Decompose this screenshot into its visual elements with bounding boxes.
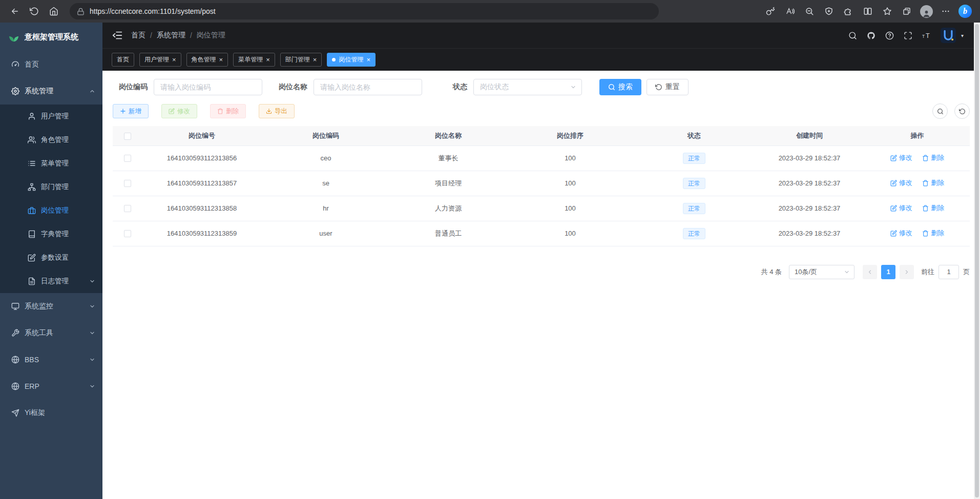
sidebar-item-log-management[interactable]: 日志管理 [0,269,102,293]
close-icon[interactable]: × [219,56,223,63]
row-delete-link[interactable]: 删除 [922,203,944,213]
sidebar-item-system-monitor[interactable]: 系统监控 [0,293,102,320]
breadcrumb-section[interactable]: 系统管理 [157,31,185,40]
tab-dept-management[interactable]: 部门管理 × [280,53,322,67]
delete-button[interactable]: 删除 [210,104,246,118]
chevron-down-icon[interactable]: ▾ [961,33,964,38]
sidebar-item-dict-management[interactable]: 字典管理 [0,222,102,246]
app-logo: 意框架管理系统 [0,23,102,51]
github-icon[interactable] [867,31,875,40]
extensions-icon[interactable] [839,3,858,20]
reset-button[interactable]: 重置 [647,79,689,95]
collections-icon[interactable] [897,3,916,20]
refresh-button[interactable] [25,3,44,20]
address-bar[interactable]: https://ccnetcore.com:1101/system/post [70,3,659,19]
row-edit-link[interactable]: 修改 [890,203,912,213]
tab-user-management[interactable]: 用户管理 × [139,53,181,67]
browser-toolbar: b [761,3,975,20]
user-avatar[interactable] [941,28,956,43]
table-toolbar: 新增 修改 删除 导出 [113,103,970,119]
post-code-input[interactable] [154,79,262,95]
row-edit-link[interactable]: 修改 [890,153,912,162]
refresh-icon [959,108,966,115]
add-button[interactable]: 新增 [113,104,149,118]
table-header-row: 岗位编号 岗位编码 岗位名称 岗位排序 状态 创建时间 操作 [113,126,970,145]
breadcrumb-separator [190,31,192,39]
row-checkbox[interactable] [124,230,131,237]
sidebar-item-erp[interactable]: ERP [0,373,102,400]
status-select[interactable]: 岗位状态 [473,79,582,95]
row-edit-link[interactable]: 修改 [890,228,912,238]
search-button[interactable]: 搜索 [599,79,641,95]
tab-menu-management[interactable]: 菜单管理 × [233,53,275,67]
tab-role-management[interactable]: 角色管理 × [186,53,228,67]
row-edit-link[interactable]: 修改 [890,178,912,188]
sidebar-item-menu-management[interactable]: 菜单管理 [0,152,102,175]
close-icon[interactable]: × [313,56,317,63]
row-checkbox[interactable] [124,180,131,187]
edit-link-label: 修改 [899,203,912,213]
bing-sidebar-button[interactable]: b [955,3,975,20]
status-label: 状态 [432,82,467,92]
export-button[interactable]: 导出 [259,104,295,118]
tab-label: 菜单管理 [238,55,263,64]
read-aloud-icon[interactable] [780,3,800,20]
svg-text:T: T [926,31,930,39]
sidebar-item-role-management[interactable]: 角色管理 [0,128,102,152]
zoom-out-icon[interactable] [800,3,819,20]
scrollbar-thumb[interactable] [975,24,979,497]
row-checkbox[interactable] [124,205,131,212]
back-button[interactable] [5,3,25,20]
split-screen-icon[interactable] [858,3,878,20]
toggle-search-button[interactable] [932,103,948,119]
page-scrollbar[interactable] [974,23,980,499]
close-icon[interactable]: × [366,56,370,63]
breadcrumb: 首页 系统管理 岗位管理 [131,31,225,40]
chevron-down-icon [570,84,576,90]
sidebar-item-bbs[interactable]: BBS [0,346,102,373]
org-tree-icon [28,183,36,191]
breadcrumb-home[interactable]: 首页 [131,31,145,40]
sidebar-item-home[interactable]: 首页 [0,51,102,78]
tab-post-management[interactable]: 岗位管理 × [327,53,376,67]
edit-button[interactable]: 修改 [161,104,197,118]
sidebar-item-system-management[interactable]: 系统管理 [0,78,102,105]
next-page-button[interactable] [900,265,914,279]
row-delete-link[interactable]: 删除 [922,228,944,238]
close-icon[interactable]: × [266,56,270,63]
post-name-group: 岗位名称 [273,79,422,95]
page-size-select[interactable]: 10条/页 [789,265,854,279]
favorites-add-icon[interactable] [819,3,839,20]
select-all-checkbox[interactable] [124,133,131,140]
header-search-icon[interactable] [848,31,857,40]
goto-page-input[interactable] [939,265,959,279]
tab-home[interactable]: 首页 [112,53,134,67]
sidebar-item-param-settings[interactable]: 参数设置 [0,246,102,269]
page-number-1[interactable]: 1 [881,265,895,279]
sidebar-item-dept-management[interactable]: 部门管理 [0,175,102,199]
font-size-icon[interactable]: TT [922,31,931,40]
trash-icon [922,155,929,161]
sidebar-item-yi-framework[interactable]: Yi框架 [0,400,102,426]
refresh-icon [655,84,662,91]
row-delete-link[interactable]: 删除 [922,153,944,162]
prev-page-button[interactable] [863,265,877,279]
row-checkbox[interactable] [124,155,131,162]
breadcrumb-current: 岗位管理 [197,31,225,40]
sidebar-fold-icon[interactable] [112,30,123,41]
profile-avatar[interactable] [916,3,936,20]
post-name-input[interactable] [314,79,422,95]
app-navbar: 首页 系统管理 岗位管理 TT ▾ [102,23,980,48]
sidebar-item-post-management[interactable]: 岗位管理 [0,199,102,222]
fullscreen-icon[interactable] [904,31,912,40]
sidebar-item-user-management[interactable]: 用户管理 [0,105,102,128]
password-key-icon[interactable] [761,3,780,20]
close-icon[interactable]: × [172,56,176,63]
favorites-icon[interactable] [878,3,897,20]
help-icon[interactable] [885,31,894,40]
refresh-table-button[interactable] [954,103,970,119]
home-button[interactable] [44,3,64,20]
more-menu-icon[interactable] [936,3,955,20]
row-delete-link[interactable]: 删除 [922,178,944,188]
sidebar-item-system-tools[interactable]: 系统工具 [0,320,102,346]
